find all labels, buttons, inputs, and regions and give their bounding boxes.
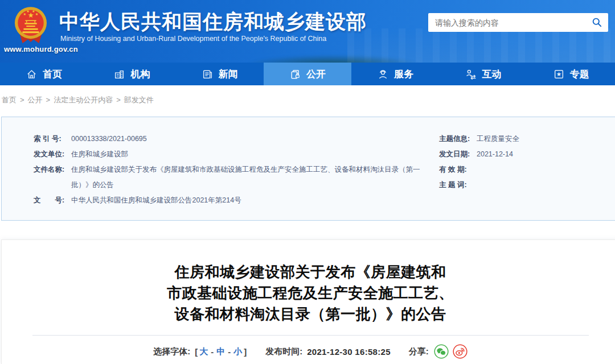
search-input[interactable]: [428, 18, 585, 27]
breadcrumb-separator: >: [46, 96, 51, 104]
meta-value: 000013338/2021-00695: [71, 131, 147, 147]
service-icon: [377, 68, 389, 80]
meta-column-left: 索 引 号: 000013338/2021-00695 发文单位: 住房和城乡建…: [34, 131, 428, 208]
site-header: ★ ★ ★ ★ ★ www.mohurd.gov.cn 中华人民共和国住房和城乡…: [0, 0, 615, 63]
site-url: www.mohurd.gov.cn: [4, 45, 78, 53]
nav-label: 服务: [394, 68, 413, 81]
share-weibo-button[interactable]: [453, 344, 468, 359]
nav-item-news[interactable]: 新闻: [176, 63, 264, 85]
font-size-dash: -: [228, 347, 231, 357]
nav-item-home[interactable]: 首页: [0, 63, 88, 85]
breadcrumb: 首页>公开>法定主动公开内容>部发文件: [0, 85, 615, 117]
meta-row-keywords: 主 题 词:: [439, 177, 610, 193]
svg-text:★: ★: [35, 12, 39, 16]
topics-icon: ★: [553, 68, 565, 80]
document-meta-box: 索 引 号: 000013338/2021-00695 发文单位: 住房和城乡建…: [1, 117, 615, 221]
meta-row-document-number: 文 号: 中华人民共和国住房和城乡建设部公告2021年第214号: [34, 193, 428, 208]
wechat-icon: [434, 344, 449, 359]
publish-time-value: 2021-12-30 16:58:25: [307, 347, 391, 357]
svg-text:★: ★: [556, 71, 561, 77]
nav-label: 公开: [306, 68, 326, 81]
organization-icon: [113, 68, 125, 80]
share-icons: [434, 344, 468, 359]
article-title: 住房和城乡建设部关于发布《房屋建筑和 市政基础设施工程危及生产安全施工工艺、 设…: [2, 262, 615, 325]
breadcrumb-separator: >: [116, 96, 121, 104]
share-group: 分享:: [409, 344, 468, 359]
nav-item-disclosure[interactable]: 公开: [264, 63, 351, 85]
header-foliage-decoration: [245, 55, 421, 63]
breadcrumb-separator: >: [20, 96, 24, 104]
meta-label: 发文单位:: [34, 147, 65, 162]
nav-label: 首页: [43, 68, 62, 81]
article-title-line: 住房和城乡建设部关于发布《房屋建筑和: [2, 262, 615, 283]
meta-row-index-number: 索 引 号: 000013338/2021-00695: [34, 131, 428, 147]
weibo-icon: [453, 344, 468, 359]
nav-item-service[interactable]: 服务: [351, 63, 439, 85]
home-icon: [26, 68, 38, 80]
article-title-line: 设备和材料淘汰目录（第一批）》的公告: [2, 304, 615, 325]
search-button[interactable]: [585, 13, 608, 32]
meta-label: 文件名称:: [34, 162, 65, 177]
meta-label: 发文日期:: [439, 147, 471, 162]
breadcrumb-item-statutory[interactable]: 法定主动公开内容: [54, 96, 113, 104]
bracket-open: [: [195, 347, 198, 357]
bracket-close: ]: [244, 347, 247, 357]
meta-label: 主题信息:: [439, 131, 471, 147]
nav-label: 机构: [130, 68, 150, 81]
nav-item-organization[interactable]: 机构: [88, 63, 175, 85]
meta-value: 2021-12-14: [477, 147, 513, 162]
publish-time-group: 发布时间: 2021-12-30 16:58:25: [265, 346, 391, 357]
share-wechat-button[interactable]: [434, 344, 449, 359]
font-size-small-link[interactable]: 小: [233, 346, 242, 357]
publish-time-label: 发布时间:: [265, 346, 302, 357]
meta-value: 中华人民共和国住房和城乡建设部公告2021年第214号: [71, 193, 241, 208]
breadcrumb-item-home[interactable]: 首页: [2, 96, 17, 104]
search-icon: [592, 17, 602, 28]
meta-label: 有 效 期:: [439, 162, 471, 177]
national-emblem-icon: ★ ★ ★ ★ ★: [14, 6, 47, 46]
nav-label: 专题: [570, 68, 589, 81]
share-label: 分享:: [409, 346, 429, 357]
font-size-selector: 选择字体: [ 大 - 中 - 小 ]: [153, 346, 247, 357]
article-divider: [32, 335, 589, 336]
meta-label: 主 题 词:: [439, 177, 471, 193]
nav-item-interaction[interactable]: 互动: [439, 63, 527, 85]
font-size-dash: -: [211, 347, 214, 357]
breadcrumb-item-ministry-documents[interactable]: 部发文件: [124, 96, 154, 104]
interaction-icon: [465, 68, 477, 80]
meta-row-issue-date: 发文日期: 2021-12-14: [439, 147, 610, 162]
font-size-large-link[interactable]: 大: [199, 346, 208, 357]
meta-value: 工程质量安全: [477, 131, 519, 147]
svg-text:★: ★: [26, 9, 30, 13]
meta-row-issuing-unit: 发文单位: 住房和城乡建设部: [34, 147, 428, 162]
meta-label: 文 号:: [34, 193, 65, 208]
disclosure-icon: [289, 68, 301, 80]
meta-row-validity: 有 效 期:: [439, 162, 610, 177]
meta-value: 住房和城乡建设部: [71, 147, 128, 162]
article-info-bar: 选择字体: [ 大 - 中 - 小 ] 发布时间: 2021-12-30 16:…: [2, 344, 615, 359]
main-nav: 首页 机构 新闻 公开 服务: [0, 63, 615, 85]
font-size-medium-link[interactable]: 中: [216, 346, 225, 357]
site-title-zh: 中华人民共和国住房和城乡建设部: [59, 9, 367, 35]
nav-label: 互动: [482, 68, 502, 81]
meta-row-topic-info: 主题信息: 工程质量安全: [439, 131, 610, 147]
breadcrumb-item-disclosure[interactable]: 公开: [28, 96, 43, 104]
nav-label: 新闻: [219, 68, 238, 81]
search-box: [428, 13, 608, 32]
meta-column-right: 主题信息: 工程质量安全 发文日期: 2021-12-14 有 效 期: 主 题…: [439, 131, 610, 193]
news-icon: [202, 68, 214, 80]
font-select-label: 选择字体:: [153, 346, 190, 357]
meta-value: 住房和城乡建设部关于发布《房屋建筑和市政基础设施工程危及生产安全施工工艺、设备和…: [71, 162, 428, 193]
article-title-line: 市政基础设施工程危及生产安全施工工艺、: [2, 283, 615, 304]
site-title-en: Ministry of Housing and Urban-Rural Deve…: [60, 35, 326, 43]
meta-row-document-name: 文件名称: 住房和城乡建设部关于发布《房屋建筑和市政基础设施工程危及生产安全施工…: [34, 162, 428, 193]
meta-label: 索 引 号:: [34, 131, 65, 147]
nav-item-topics[interactable]: ★ 专题: [527, 63, 615, 85]
article-panel: 住房和城乡建设部关于发布《房屋建筑和 市政基础设施工程危及生产安全施工工艺、 设…: [1, 239, 615, 364]
